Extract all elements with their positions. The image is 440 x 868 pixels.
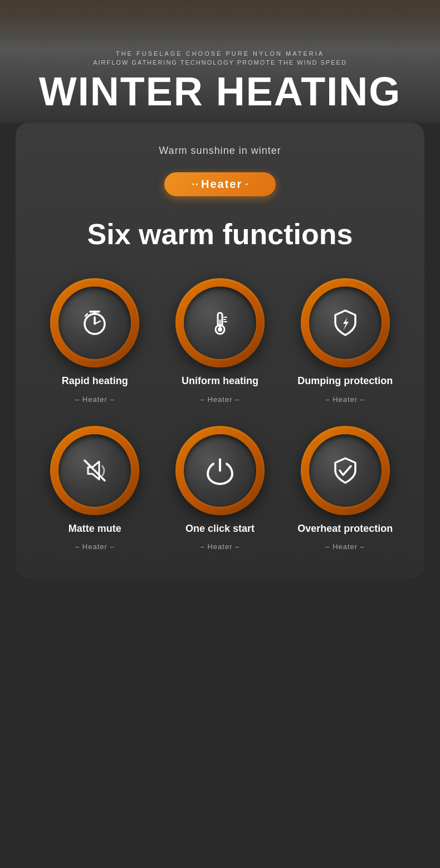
mute-icon [79, 455, 110, 486]
icon-inner-uniform-heating [184, 287, 256, 359]
tagline-1: THE FUSELAGE CHOOSE PURE NYLON MATERIA [116, 50, 324, 57]
shield-check-icon [330, 455, 361, 486]
icon-inner-matte-mute [58, 434, 131, 507]
thermometer-icon [204, 307, 236, 338]
main-card: Warm sunshine in winter • • Heater • Six… [16, 123, 424, 579]
feature-sub-rapid-heating: – Heater – [75, 395, 115, 404]
top-section: THE FUSELAGE CHOOSE PURE NYLON MATERIA A… [0, 0, 440, 123]
icon-outer-uniform-heating [175, 278, 265, 367]
badge-dots-right: • [246, 181, 248, 187]
feature-name-uniform-heating: Uniform heating [182, 375, 258, 387]
icon-outer-one-click-start [175, 426, 265, 515]
timer-icon [79, 307, 110, 338]
icon-inner-dumping-protection [309, 287, 382, 359]
feature-overheat-protection: Overheat protection – Heater – [288, 426, 402, 551]
section-title: Six warm functions [32, 219, 408, 250]
badge-text: Heater [201, 178, 242, 191]
main-title: WINTER HEATING [39, 71, 402, 111]
icon-inner-one-click-start [184, 434, 256, 507]
feature-name-one-click-start: One click start [185, 523, 255, 535]
icon-outer-matte-mute [50, 426, 139, 515]
shield-bolt-icon [330, 307, 361, 338]
card-subtitle: Warm sunshine in winter [32, 145, 408, 157]
feature-name-overheat-protection: Overheat protection [297, 523, 393, 535]
feature-sub-dumping-protection: – Heater – [325, 395, 365, 404]
title-text: WINTER HEATING [39, 69, 402, 114]
power-icon [204, 455, 236, 486]
feature-sub-matte-mute: – Heater – [75, 542, 115, 551]
feature-sub-one-click-start: – Heater – [201, 542, 240, 551]
icon-outer-dumping-protection [301, 278, 390, 367]
icon-outer-rapid-heating [50, 278, 139, 367]
feature-one-click-start: One click start – Heater – [163, 426, 277, 551]
feature-sub-uniform-heating: – Heater – [201, 395, 240, 404]
tagline-2: AIRFLOW GATHERING TECHNOLOGY PROMOTE THE… [93, 59, 347, 66]
icon-inner-overheat-protection [309, 434, 382, 507]
feature-name-dumping-protection: Dumping protection [297, 375, 393, 387]
features-grid: Rapid heating – Heater – Uniform heating… [32, 278, 408, 551]
svg-point-4 [218, 327, 222, 332]
feature-rapid-heating: Rapid heating – Heater – [38, 278, 152, 404]
feature-name-rapid-heating: Rapid heating [62, 375, 128, 387]
feature-dumping-protection: Dumping protection – Heater – [288, 278, 402, 404]
feature-uniform-heating: Uniform heating – Heater – [163, 278, 277, 404]
heater-badge: • • Heater • [164, 172, 276, 196]
feature-matte-mute: Matte mute – Heater – [38, 426, 152, 551]
feature-name-matte-mute: Matte mute [69, 523, 121, 535]
svg-rect-2 [219, 319, 221, 328]
icon-outer-overheat-protection [301, 426, 390, 515]
icon-inner-rapid-heating [58, 287, 131, 359]
feature-sub-overheat-protection: – Heater – [325, 542, 365, 551]
badge-dots-left: • • [192, 181, 198, 187]
